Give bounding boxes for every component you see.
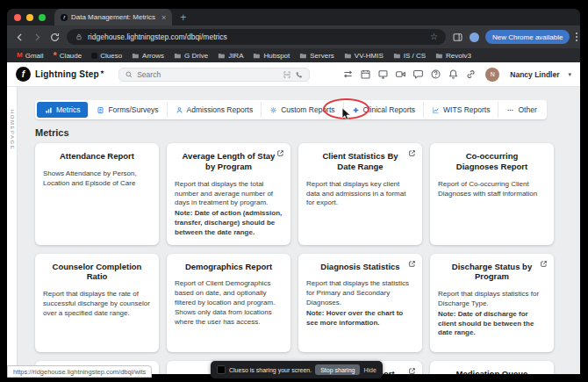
form-icon [97, 106, 104, 114]
bookmark-gmail[interactable]: MGmail [17, 52, 44, 60]
bell-icon[interactable] [448, 68, 459, 80]
browser-toolbar: ridgehouse.lightningstep.com/dbqi/metric… [7, 25, 580, 48]
tab-admissions-reports[interactable]: Admissions Reports [167, 102, 262, 118]
calendar-icon[interactable] [360, 68, 371, 80]
report-card-avg-length-of-stay[interactable]: Average Length of Stay by Program Report… [167, 143, 290, 245]
report-card-description: Report that displays statistics for Disc… [438, 290, 546, 338]
report-card-client-statistics[interactable]: Client Statistics By Date Range Report t… [298, 143, 422, 245]
stop-sharing-button[interactable]: Stop sharing [315, 364, 360, 375]
external-link-icon[interactable] [276, 149, 284, 157]
bookmark-folder-iscs[interactable]: IS / CS [393, 52, 426, 60]
user-name[interactable]: Nancy Lindler [510, 70, 559, 79]
tab-clinical-reports[interactable]: Clinical Reports [343, 102, 424, 118]
bookmark-claude[interactable]: *Claude [54, 52, 82, 60]
new-tab-button[interactable]: + [180, 13, 186, 22]
tab-forms-surveys[interactable]: Forms/Surveys [88, 102, 166, 118]
report-card-co-occurring-diagnoses[interactable]: Co-occurring Diagnoses Report Report of … [430, 143, 554, 245]
external-link-icon[interactable] [408, 367, 416, 374]
bookmark-folder-hubspot[interactable]: Hubspot [253, 52, 290, 60]
chat-icon[interactable] [412, 68, 424, 80]
mouse-cursor [341, 107, 351, 121]
site-favicon: f [61, 14, 68, 21]
report-card-description: Report of Co-occurring Client Diagnoses … [438, 180, 546, 199]
external-link-icon[interactable] [540, 260, 548, 268]
folder-icon [218, 52, 226, 60]
global-search[interactable] [118, 68, 310, 82]
address-bar[interactable]: ridgehouse.lightningstep.com/dbqi/metric… [67, 29, 446, 45]
link-icon[interactable] [465, 68, 477, 80]
browser-tab[interactable]: f Data Management: Metrics × [54, 9, 172, 25]
folder-icon [253, 52, 261, 60]
zoom-window-button[interactable] [39, 14, 46, 21]
profile-avatar[interactable] [470, 32, 479, 42]
star-icon: ★ [100, 68, 104, 75]
browser-menu-icon[interactable] [576, 32, 577, 43]
video-icon[interactable] [395, 68, 406, 80]
report-card-note: Note: Date of action (admission, transfe… [175, 209, 283, 237]
report-card-title: Discharge Status by Program [438, 262, 546, 283]
report-card-note: Note: Date of discharge for client shoul… [438, 310, 546, 338]
report-card-title: Client Statistics By Date Range [306, 151, 414, 172]
app-header: f Lightning Step ★ N Nancy Lindler [7, 62, 580, 87]
report-card-demographics[interactable]: Demographics Report Report of Client Dem… [167, 254, 290, 352]
bookmark-folder-servers[interactable]: Servers [299, 52, 334, 60]
minimize-window-button[interactable] [26, 14, 33, 21]
bookmark-clueso[interactable]: Clueso [91, 52, 122, 60]
tab-other[interactable]: Other [498, 102, 544, 118]
folder-icon [435, 52, 443, 60]
chevron-down-icon[interactable]: ▾ [568, 71, 571, 78]
report-card-title: Demographics Report [175, 262, 283, 272]
report-card-counselor-completion[interactable]: Counselor Completion Ratio Report that d… [35, 254, 159, 352]
reload-icon[interactable] [49, 32, 61, 43]
forward-icon[interactable] [32, 32, 43, 43]
header-icon-row: N Nancy Lindler ▾ [342, 68, 571, 82]
report-card-title: Average Length of Stay by Program [175, 151, 283, 172]
close-window-button[interactable] [14, 14, 21, 21]
monitor-icon[interactable] [377, 68, 389, 80]
folder-icon [393, 52, 401, 60]
brand-name: Lightning Step [35, 69, 99, 79]
report-card-description: Report that displays the total number an… [175, 180, 283, 238]
tab-custom-reports[interactable]: Custom Reports [261, 102, 342, 118]
left-rail[interactable]: HOMEPAGE [7, 87, 18, 374]
gmail-icon: M [17, 52, 23, 59]
report-card-title: Attendance Report [43, 151, 151, 162]
medical-cross-icon [352, 106, 360, 114]
report-card-title: Diagnosis Statistics [306, 262, 414, 272]
report-card-grid: Attendance Report Shows Attendance by Pe… [35, 143, 554, 374]
scan-icon[interactable] [283, 70, 291, 79]
search-input[interactable] [137, 70, 279, 79]
swap-icon[interactable] [342, 68, 354, 80]
bookmark-star-icon[interactable]: ☆ [430, 32, 438, 41]
bookmark-folder-vvhmis[interactable]: VV-HMIS [344, 52, 384, 60]
report-card-discharge-status[interactable]: Discharge Status by Program Report that … [430, 254, 554, 352]
report-card-description: Report of Client Demographics based on d… [175, 279, 283, 327]
side-panel-icon[interactable] [452, 32, 463, 43]
external-link-icon[interactable] [408, 260, 416, 268]
bookmarks-bar: MGmail *Claude Clueso Arrows G Drive JIR… [7, 48, 580, 62]
lightning-step-logo[interactable]: f [16, 67, 31, 82]
main-content: Metrics Forms/Surveys Admissions Reports… [18, 87, 580, 374]
section-title: Metrics [35, 127, 554, 138]
bookmark-folder-gdrive[interactable]: G Drive [174, 52, 208, 60]
report-card-attendance[interactable]: Attendance Report Shows Attendance by Pe… [35, 143, 159, 245]
phone-icon[interactable] [295, 70, 304, 79]
homepage-vertical-label[interactable]: HOMEPAGE [10, 110, 15, 374]
close-tab-icon[interactable]: × [161, 13, 166, 22]
bookmark-folder-arrows[interactable]: Arrows [132, 52, 164, 60]
chrome-update-button[interactable]: New Chrome available [485, 30, 570, 44]
lock-icon[interactable] [75, 32, 83, 41]
bookmark-folder-revolv3[interactable]: Revolv3 [435, 52, 471, 60]
avatar[interactable]: N [485, 68, 499, 82]
tab-wits-reports[interactable]: WITS Reports [423, 102, 498, 118]
external-link-icon[interactable] [408, 149, 416, 157]
tab-metrics[interactable]: Metrics [37, 102, 88, 118]
page-body: HOMEPAGE Metrics Forms/Surveys Admission… [7, 87, 580, 374]
report-card-diagnosis-statistics[interactable]: Diagnosis Statistics Report that display… [298, 254, 422, 352]
report-card-medication-queue[interactable]: Medication Queue Report [430, 361, 554, 374]
hide-banner-link[interactable]: Hide [363, 367, 376, 373]
help-icon[interactable] [430, 68, 441, 80]
bookmark-folder-jira[interactable]: JIRA [218, 52, 243, 60]
back-icon[interactable] [14, 32, 25, 43]
report-card-title: Co-occurring Diagnoses Report [438, 151, 546, 172]
